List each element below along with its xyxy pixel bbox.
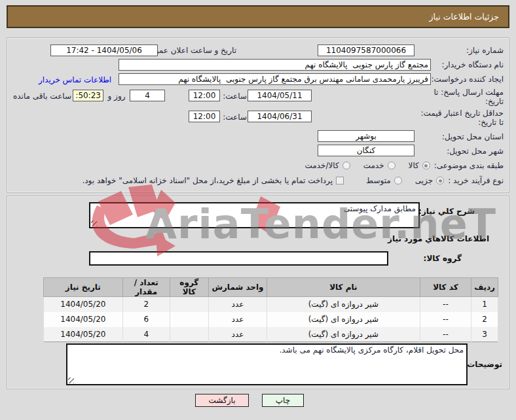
resize-grip[interactable] xyxy=(91,220,97,226)
request-creator-label: ایجاد کننده درخواست: xyxy=(431,75,504,84)
response-deadline-time-field[interactable] xyxy=(189,90,220,101)
radio-goods-service-label: کالا/خدمت xyxy=(304,161,339,170)
radio-service[interactable] xyxy=(388,162,396,169)
page-title: جزئیات اطلاعات نیاز xyxy=(430,12,499,22)
goods-table-header-row: ردیف کد کالا نام کالا واحد شمارش گروه کا… xyxy=(44,278,498,297)
page: { "title_bar": { "title": "جزئیات اطلاعا… xyxy=(0,0,516,420)
need-info-panel: شماره نیاز: تاریخ و ساعت اعلان عمومی: نا… xyxy=(7,37,509,193)
radio-medium[interactable] xyxy=(394,177,402,184)
price-validity-label: حداقل تاریخ اعتبار قیمت: تا تاریخ: xyxy=(420,109,504,127)
response-deadline-time-label: ساعت: xyxy=(223,92,247,101)
table-row[interactable]: 2 -- شیر دروازه ای (گیت) عدد 6 1404/05/2… xyxy=(44,312,498,327)
radio-minor-label: جزیی xyxy=(415,176,433,185)
goods-group-field[interactable] xyxy=(89,251,388,266)
radio-medium-label: متوسط xyxy=(366,176,391,185)
radio-service-label: خدمت xyxy=(363,161,384,170)
buyer-contact-link[interactable]: اطلاعات تماس خریدار xyxy=(39,75,111,84)
need-description-label: شرح کلي نیاز: xyxy=(418,207,475,216)
title-bar: جزئیات اطلاعات نیاز xyxy=(7,5,509,28)
price-validity-time-label: ساعت: xyxy=(223,113,247,122)
province-label: استان محل تحویل: xyxy=(442,132,504,141)
col-item-name: نام کالا xyxy=(267,278,420,297)
resize-grip[interactable] xyxy=(68,377,74,383)
goods-panel: شرح کلي نیاز: مطابق مدارک پیوستی اطلاعات… xyxy=(7,196,509,389)
city-field[interactable] xyxy=(318,145,415,156)
countdown-field[interactable] xyxy=(73,90,103,101)
goods-table: ردیف کد کالا نام کالا واحد شمارش گروه کا… xyxy=(43,277,498,342)
need-number-field[interactable] xyxy=(318,44,415,56)
response-deadline-date-field[interactable] xyxy=(248,90,312,101)
city-label: شهر محل تحویل: xyxy=(447,147,504,156)
time-remaining-label: ساعت باقی مانده xyxy=(16,92,71,101)
announce-datetime-field[interactable] xyxy=(50,44,158,56)
radio-goods-service[interactable] xyxy=(342,162,350,169)
days-remaining-field[interactable] xyxy=(130,90,165,101)
price-validity-time-field[interactable] xyxy=(189,111,220,122)
need-description-textarea[interactable]: مطابق مدارک پیوستی xyxy=(89,202,420,228)
col-row-number: ردیف xyxy=(471,278,498,297)
col-item-code: کد کالا xyxy=(420,278,471,297)
print-button[interactable]: چاپ xyxy=(262,394,304,407)
col-quantity: تعداد / مقدار xyxy=(122,278,170,297)
treasury-checkbox-label: پرداخت تمام یا بخشی از مبلغ خرید،از محل … xyxy=(82,176,333,185)
buyer-notes-textarea[interactable]: محل تحویل اقلام، کارگاه مرکزی پالایشگاه … xyxy=(66,343,468,385)
col-unit: واحد شمارش xyxy=(209,278,267,297)
response-deadline-label: مهلت ارسال پاسخ: تا تاریخ: xyxy=(433,88,504,106)
province-field[interactable] xyxy=(318,130,415,142)
goods-group-label: گروه کالا: xyxy=(424,254,462,263)
goods-section-title: اطلاعات کالاهاي مورد نیاز xyxy=(388,234,489,243)
table-row[interactable]: 1 -- شیر دروازه ای (گیت) عدد 2 1404/05/2… xyxy=(44,297,498,312)
subject-class-row: طبقه بندی موضوعی: کالا خدمت کالا/خدمت xyxy=(304,161,504,170)
buyer-org-field[interactable] xyxy=(119,59,431,71)
treasury-checkbox[interactable] xyxy=(336,177,344,184)
subject-class-label: طبقه بندی موضوعی: xyxy=(434,161,504,170)
buyer-org-label: نام دستگاه خریدار: xyxy=(442,60,504,69)
request-creator-field[interactable] xyxy=(119,73,431,85)
process-type-row: نوع فرآیند خرید : جزیی متوسط پرداخت تمام… xyxy=(82,176,504,185)
back-button[interactable]: بازگشت xyxy=(195,394,249,407)
days-and-label: روز و xyxy=(105,92,128,101)
col-need-date: تاریخ نیاز xyxy=(44,278,123,297)
radio-goods-label: کالا xyxy=(409,161,419,170)
price-validity-date-field[interactable] xyxy=(248,111,312,122)
col-item-group: گروه کالا xyxy=(170,278,208,297)
need-number-label: شماره نیاز: xyxy=(466,46,504,55)
radio-goods[interactable] xyxy=(422,162,430,169)
table-row[interactable]: 3 -- شیر دروازه ای (گیت) عدد 4 1404/05/2… xyxy=(44,327,498,342)
radio-minor[interactable] xyxy=(436,177,444,184)
process-type-label: نوع فرآیند خرید : xyxy=(448,176,504,185)
